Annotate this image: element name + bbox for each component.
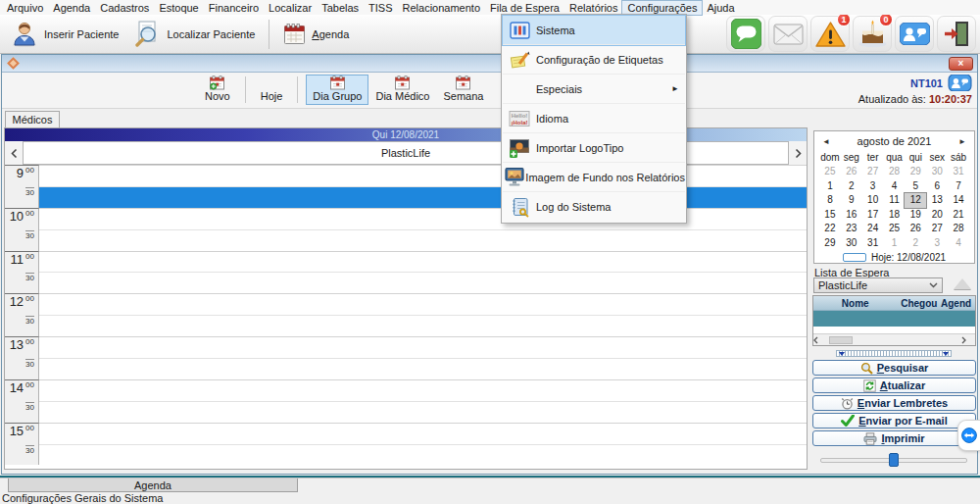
- calendar-day[interactable]: 22: [819, 222, 841, 236]
- menu-option-idioma[interactable]: Hello!¡Hola!Idioma: [503, 104, 685, 133]
- contacts-small-icon[interactable]: [948, 75, 972, 91]
- time-slot[interactable]: [39, 315, 807, 336]
- menu-option-especiais[interactable]: Especiais►: [503, 75, 685, 104]
- view-button-novo[interactable]: Novo: [198, 75, 237, 105]
- calendar-day[interactable]: 2: [841, 179, 862, 194]
- menu-option-log-do-sistema[interactable]: Log do Sistema: [503, 192, 685, 222]
- time-slot[interactable]: [39, 379, 807, 401]
- time-slot[interactable]: [39, 358, 807, 379]
- imprimir-button[interactable]: Imprimir: [812, 430, 976, 446]
- calendar-day[interactable]: 2: [905, 236, 926, 251]
- chat-button[interactable]: [726, 16, 765, 52]
- waiting-list-dropdown[interactable]: PlasticLife: [813, 277, 943, 293]
- locate-patient-button[interactable]: Localizar Paciente: [126, 18, 263, 51]
- time-slot[interactable]: [39, 186, 807, 208]
- mail-button[interactable]: [768, 16, 808, 52]
- calendar-day[interactable]: 30: [926, 165, 948, 179]
- calendar-day[interactable]: 29: [905, 165, 926, 179]
- calendar-day[interactable]: 28: [884, 165, 906, 179]
- scroll-left-icon[interactable]: [813, 336, 827, 344]
- prev-provider-arrow[interactable]: [5, 141, 23, 165]
- alerts-button[interactable]: 1: [810, 16, 850, 52]
- view-button-dia-grupo[interactable]: Dia Grupo: [306, 75, 368, 105]
- calendar-day[interactable]: 21: [948, 208, 969, 223]
- menu-option-importar-logotipo[interactable]: Importar LogoTipo: [503, 133, 685, 163]
- exit-button[interactable]: [937, 16, 976, 52]
- collapse-arrow-icon[interactable]: [954, 278, 971, 289]
- calendar-day-selected[interactable]: 12: [905, 193, 926, 208]
- time-slot[interactable]: [39, 272, 807, 293]
- calendar-day[interactable]: 27: [862, 165, 884, 179]
- menu-item-tiss[interactable]: TISS: [364, 1, 397, 15]
- calendar-day[interactable]: 13: [926, 193, 948, 208]
- menu-item-fila-de-espera[interactable]: Fila de Espera: [485, 1, 564, 15]
- remote-access-tab[interactable]: [957, 420, 980, 451]
- time-slot[interactable]: [39, 229, 807, 251]
- calendar-day[interactable]: 27: [926, 222, 948, 236]
- enviar-por-e-mail-button[interactable]: Enviar por E-mail: [812, 413, 976, 428]
- time-slot[interactable]: [39, 208, 807, 229]
- menu-item-agenda[interactable]: Agenda: [48, 1, 95, 15]
- calendar-day[interactable]: 29: [819, 236, 841, 251]
- menu-item-arquivo[interactable]: Arquivo: [2, 1, 48, 15]
- calendar-day[interactable]: 3: [926, 236, 948, 251]
- view-button-semana[interactable]: Semana: [436, 75, 490, 105]
- insert-patient-button[interactable]: Inserir Paciente: [4, 18, 126, 51]
- calendar-day[interactable]: 24: [862, 222, 884, 236]
- calendar-day[interactable]: 4: [948, 236, 969, 251]
- calendar-day[interactable]: 1: [819, 179, 841, 194]
- menu-item-relatorios[interactable]: Relatórios: [564, 1, 623, 15]
- birthdays-button[interactable]: 0: [853, 16, 892, 52]
- calendar-day[interactable]: 28: [948, 222, 969, 236]
- view-button-hoje[interactable]: Hoje: [254, 75, 290, 105]
- atualizar-button[interactable]: Atualizar: [812, 378, 976, 393]
- time-slot[interactable]: [39, 401, 807, 423]
- agenda-window-titlebar[interactable]: ×: [2, 55, 977, 73]
- calendar-day[interactable]: 26: [841, 165, 862, 179]
- time-slot[interactable]: [39, 423, 807, 444]
- menu-item-configuracoes[interactable]: Configurações: [622, 1, 702, 15]
- zoom-slider[interactable]: [820, 453, 967, 467]
- calendar-day[interactable]: 26: [905, 222, 926, 236]
- calendar-day[interactable]: 8: [819, 193, 841, 208]
- view-button-dia-medico[interactable]: Dia Médico: [368, 75, 436, 105]
- menu-item-estoque[interactable]: Estoque: [154, 1, 203, 15]
- menu-item-financeiro[interactable]: Financeiro: [204, 1, 264, 15]
- scroll-right-icon[interactable]: [961, 336, 975, 344]
- calendar-prev-icon[interactable]: ◄: [820, 135, 832, 147]
- calendar-day[interactable]: 15: [819, 208, 841, 223]
- menu-option-imagem-de-fundo[interactable]: Imagem de Fundo nos Relatórios: [503, 163, 685, 192]
- calendar-day[interactable]: 6: [926, 179, 948, 194]
- calendar-day[interactable]: 23: [841, 222, 862, 236]
- calendar-day[interactable]: 17: [862, 208, 884, 223]
- next-provider-arrow[interactable]: [789, 141, 807, 165]
- menu-item-relacionamento[interactable]: Relacionamento: [398, 1, 486, 15]
- menu-item-tabelas[interactable]: Tabelas: [317, 1, 364, 15]
- calendar-day[interactable]: 11: [884, 193, 906, 208]
- time-slot[interactable]: [39, 336, 807, 358]
- tab-agenda[interactable]: Agenda: [8, 479, 298, 492]
- calendar-day[interactable]: 31: [948, 165, 969, 179]
- scrollbar-thumb[interactable]: [829, 336, 853, 344]
- calendar-day[interactable]: 30: [841, 236, 862, 251]
- messages-button[interactable]: [895, 16, 934, 52]
- menu-item-ajuda[interactable]: Ajuda: [702, 1, 739, 15]
- calendar-next-icon[interactable]: ►: [956, 135, 968, 147]
- time-slot[interactable]: [39, 444, 807, 466]
- calendar-day[interactable]: 18: [884, 208, 906, 223]
- calendar-day[interactable]: 25: [819, 165, 841, 179]
- close-window-button[interactable]: ×: [949, 57, 973, 71]
- waiting-list-scrollbar[interactable]: [813, 333, 975, 345]
- calendar-day[interactable]: 19: [905, 208, 926, 223]
- calendar-day[interactable]: 10: [862, 193, 884, 208]
- calendar-day[interactable]: 20: [926, 208, 948, 223]
- calendar-day[interactable]: 7: [948, 179, 969, 194]
- calendar-day[interactable]: 5: [905, 179, 926, 194]
- slider-thumb[interactable]: [889, 453, 899, 467]
- tab-medicos[interactable]: Médicos: [5, 111, 60, 127]
- calendar-day[interactable]: 16: [841, 208, 862, 223]
- agenda-button[interactable]: Agenda: [275, 18, 357, 51]
- calendar-day[interactable]: 14: [948, 193, 969, 208]
- waiting-list-selected-row[interactable]: [813, 311, 975, 327]
- panel-splitter[interactable]: [836, 350, 952, 357]
